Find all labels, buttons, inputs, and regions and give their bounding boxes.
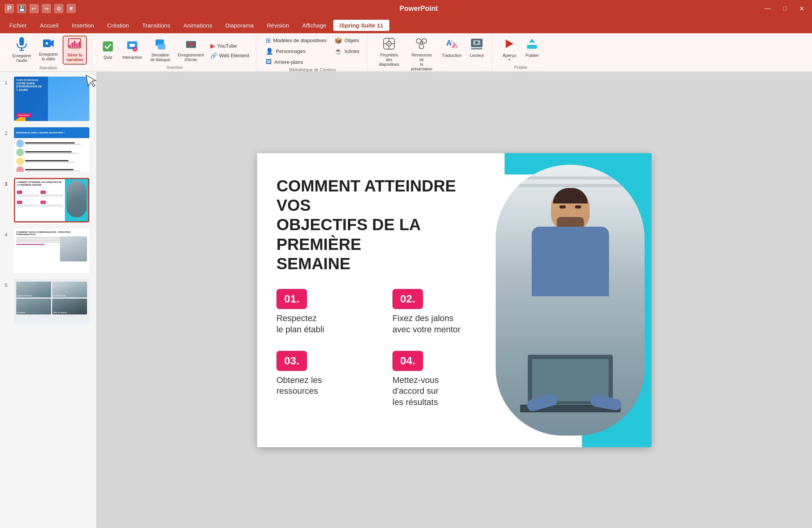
menu-fichier[interactable]: Fichier xyxy=(3,20,33,31)
enregistrement-btn[interactable]: Enregistrementd'écran xyxy=(176,37,206,64)
ressources-label: Ressources dela présentation xyxy=(409,53,434,72)
slide-item-3[interactable]: 3 COMMENT ATTEINDRE VOS OBJECTIFS DE LA … xyxy=(3,176,93,224)
web-element-btn[interactable]: 🔗 Web Element xyxy=(208,51,252,60)
objets-btn[interactable]: 📦 Objets xyxy=(331,36,362,45)
traduction-label: Traduction xyxy=(442,53,462,58)
proprietes-icon xyxy=(382,37,396,52)
menu-revision[interactable]: Révision xyxy=(261,20,295,31)
enregistrer-audio-label: Enregistrerl'audio xyxy=(12,54,31,63)
slide-view: COMMENT ATTEINDRE VOSOBJECTIFS DE LA PRE… xyxy=(97,72,812,528)
bibliotheque-buttons: ⊞ Modèles de diapositives 👤 Personnages … xyxy=(263,36,362,67)
traduction-btn[interactable]: A あ Traduction xyxy=(438,36,465,60)
window-controls: — □ ✕ xyxy=(761,3,807,14)
bibliotheque-right: 📦 Objets ☕ Icônes xyxy=(331,36,362,56)
slide-grid-item-1: 01. Respectezle plan établi xyxy=(276,289,369,335)
dropdown-icon[interactable]: ▼ xyxy=(67,4,76,13)
ribbon-group-bibliotheque: ⊞ Modèles de diapositives 👤 Personnages … xyxy=(258,36,367,71)
slide-thumb-5: Espace de travail Snacks et café Gymnase xyxy=(14,279,89,324)
svg-rect-39 xyxy=(471,48,483,50)
svg-point-20 xyxy=(189,43,193,46)
lecteur-label: Lecteur xyxy=(470,53,484,58)
personnages-label: Personnages xyxy=(276,48,305,54)
powerpoint-icon: P xyxy=(5,4,14,13)
arrieres-label: Arriere-plans xyxy=(274,59,303,65)
youtube-btn[interactable]: ▶ YouTube xyxy=(208,41,252,51)
quiz-btn[interactable]: Quiz xyxy=(98,39,118,62)
svg-rect-0 xyxy=(19,37,24,46)
proprietes-btn[interactable]: Propriétés desdiapositives xyxy=(374,36,404,68)
arrieres-btn[interactable]: 🖼 Arriere-plans xyxy=(263,57,330,67)
slide-item-4[interactable]: 4 COMMENT NOUS COMMUNIQUONS : PRINCIPES … xyxy=(3,227,93,275)
slide-number-3: 3 xyxy=(5,178,11,187)
menu-insertion[interactable]: Insertion xyxy=(65,20,100,31)
svg-point-30 xyxy=(419,44,424,49)
slide-number-1: 1 xyxy=(5,77,11,85)
slide-item-5[interactable]: 5 Espace de travail Snacks et café xyxy=(3,278,93,325)
ribbon-group-presentation: Propriétés desdiapositives Ressources de… xyxy=(369,36,493,71)
apercu-dropdown[interactable]: ▼ xyxy=(508,58,511,62)
badge-02: 02. xyxy=(392,289,423,309)
ressources-btn[interactable]: Ressources dela présentation xyxy=(406,36,437,73)
proprietes-label: Propriétés desdiapositives xyxy=(377,53,401,67)
slide-thumb-4: COMMENT NOUS COMMUNIQUONS : PRINCIPES FO… xyxy=(14,229,89,273)
svg-text:A: A xyxy=(446,39,452,47)
undo-icon[interactable]: ↩ xyxy=(29,4,39,13)
interaction-icon xyxy=(126,41,138,54)
redo-icon[interactable]: ↪ xyxy=(42,4,51,13)
slide-content: COMMENT ATTEINDRE VOSOBJECTIFS DE LA PRE… xyxy=(257,153,652,447)
web-element-label: Web Element xyxy=(219,53,249,58)
close-btn[interactable]: ✕ xyxy=(796,3,807,14)
icones-btn[interactable]: ☕ Icônes xyxy=(331,46,362,56)
menu-affichage[interactable]: Affichage xyxy=(296,20,333,31)
maximize-btn[interactable]: □ xyxy=(780,3,790,14)
interaction-btn[interactable]: Interaction xyxy=(119,39,145,62)
menu-transitions[interactable]: Transitions xyxy=(136,20,177,31)
menu-diaporama[interactable]: Diaporama xyxy=(219,20,260,31)
simulation-btn[interactable]: Simulationde dialogue xyxy=(147,37,174,64)
ribbon-group-narration: Enregistrerl'audio Enregistrerla vidéo xyxy=(5,36,92,71)
ribbon: Enregistrerl'audio Enregistrerla vidéo xyxy=(0,33,812,72)
enregistrer-audio-btn[interactable]: Enregistrerl'audio xyxy=(9,36,34,65)
insertion-group-label: Insertion xyxy=(167,65,183,70)
icones-label: Icônes xyxy=(345,48,359,54)
slide-panel: 1 COURS DE BIENVENUE VOTRE GUIDED'INTÉGR… xyxy=(0,72,97,528)
ribbon-group-insertion: Quiz Interaction xyxy=(94,36,256,71)
personnages-btn[interactable]: 👤 Personnages xyxy=(263,46,330,56)
bibliotheque-group-label: Bibliothèque de Contenu xyxy=(289,67,336,72)
minimize-btn[interactable]: — xyxy=(761,3,774,14)
publier-btn[interactable]: Publier xyxy=(522,36,543,60)
publier-group-label: Publier xyxy=(514,65,527,70)
menu-accueil[interactable]: Accueil xyxy=(34,20,65,31)
app-title: PowerPoint xyxy=(76,5,761,13)
modeles-btn[interactable]: ⊞ Modèles de diapositives xyxy=(263,36,330,45)
svg-marker-43 xyxy=(529,39,535,43)
web-element-icon: 🔗 xyxy=(210,53,217,59)
apercu-btn[interactable]: Aperçu ▼ xyxy=(499,36,520,63)
settings-icon[interactable]: ⚙ xyxy=(54,4,63,13)
menu-animations[interactable]: Animations xyxy=(177,20,218,31)
item-text-03: Obtenez lesressources xyxy=(276,375,369,397)
slide-item-2[interactable]: 2 BIENVENUE DANS L'ÉQUIPE MARKETING ! xyxy=(3,126,93,173)
lecteur-btn[interactable]: Lecteur xyxy=(466,36,488,60)
enregistrer-video-btn[interactable]: Enregistrerla vidéo xyxy=(36,36,61,63)
publier-icon xyxy=(525,37,539,52)
svg-rect-11 xyxy=(78,42,80,47)
gerer-narration-btn[interactable]: Gérer lanarration xyxy=(63,36,87,65)
microphone-icon xyxy=(15,37,28,53)
modeles-icon: ⊞ xyxy=(266,37,271,44)
svg-point-28 xyxy=(416,39,421,43)
slide-number-2: 2 xyxy=(5,127,11,136)
slide-canvas[interactable]: COMMENT ATTEINDRE VOSOBJECTIFS DE LA PRE… xyxy=(257,153,652,447)
slide-item-1[interactable]: 1 COURS DE BIENVENUE VOTRE GUIDED'INTÉGR… xyxy=(3,75,93,123)
svg-rect-8 xyxy=(72,43,73,47)
svg-rect-10 xyxy=(76,43,78,47)
slide-main-text: COMMENT ATTEINDRE VOSOBJECTIFS DE LA PRE… xyxy=(276,176,485,408)
title-bar: P 💾 ↩ ↪ ⚙ ▼ PowerPoint — □ ✕ xyxy=(0,0,812,17)
menu-creation[interactable]: Création xyxy=(101,20,135,31)
publier-buttons: Aperçu ▼ Publier xyxy=(499,36,543,64)
slide-grid-item-4: 04. Mettez-vousd'accord surles résultats xyxy=(392,351,485,408)
save-icon[interactable]: 💾 xyxy=(17,4,26,13)
gerer-narration-label: Gérer lanarration xyxy=(67,53,83,62)
presentation-buttons: Propriétés desdiapositives Ressources de… xyxy=(374,36,488,73)
menu-ispring[interactable]: iSpring Suite 11 xyxy=(333,20,389,31)
